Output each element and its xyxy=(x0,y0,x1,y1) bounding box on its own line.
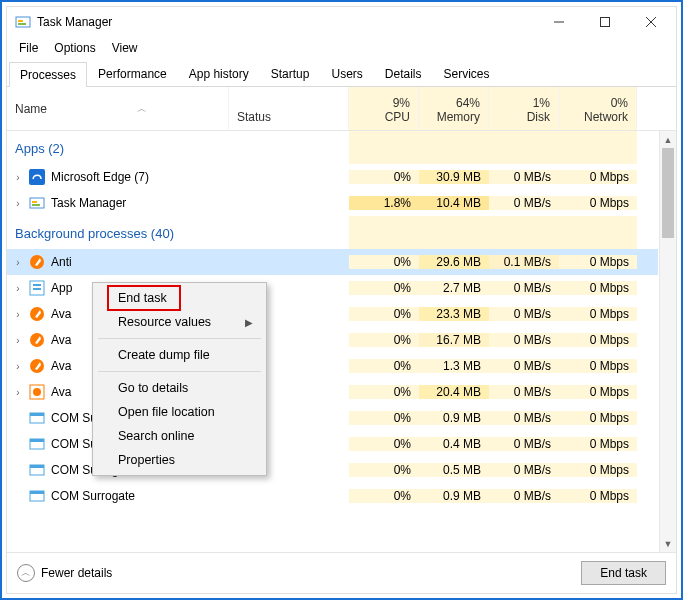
menu-separator xyxy=(98,371,261,372)
expand-icon[interactable]: › xyxy=(13,387,23,398)
minimize-button[interactable] xyxy=(536,7,582,37)
menu-item-create-dump-file[interactable]: Create dump file xyxy=(96,343,263,367)
submenu-arrow-icon: ▶ xyxy=(245,317,253,328)
tab-details[interactable]: Details xyxy=(374,61,433,86)
menu-item-resource-values[interactable]: Resource values▶ xyxy=(96,310,263,334)
process-icon xyxy=(29,384,45,400)
expand-icon[interactable]: › xyxy=(13,335,23,346)
svg-rect-7 xyxy=(29,169,45,185)
maximize-button[interactable] xyxy=(582,7,628,37)
svg-rect-9 xyxy=(32,201,37,203)
chevron-up-icon: ︿ xyxy=(17,564,35,582)
column-network[interactable]: 0% Network xyxy=(559,87,637,130)
cell-memory: 30.9 MB xyxy=(419,170,489,184)
expand-icon[interactable]: › xyxy=(13,257,23,268)
menu-file[interactable]: File xyxy=(11,39,46,57)
svg-rect-21 xyxy=(30,413,44,416)
svg-point-17 xyxy=(30,359,44,373)
fewer-details-label: Fewer details xyxy=(41,566,112,580)
cell-memory: 20.4 MB xyxy=(419,385,489,399)
scroll-down-icon[interactable]: ▼ xyxy=(660,535,676,552)
process-icon xyxy=(29,410,45,426)
menu-item-properties[interactable]: Properties xyxy=(96,448,263,472)
sort-indicator-icon: ︿ xyxy=(137,102,147,116)
cell-memory: 2.7 MB xyxy=(419,281,489,295)
cell-cpu: 1.8% xyxy=(349,196,419,210)
scroll-up-icon[interactable]: ▲ xyxy=(660,131,676,148)
cell-disk: 0 MB/s xyxy=(489,359,559,373)
statusbar: ︿ Fewer details End task xyxy=(7,552,676,593)
cell-cpu: 0% xyxy=(349,437,419,451)
tab-performance[interactable]: Performance xyxy=(87,61,178,86)
column-status[interactable]: Status xyxy=(229,87,349,130)
cell-network: 0 Mbps xyxy=(559,385,637,399)
memory-label: Memory xyxy=(427,110,480,124)
cell-network: 0 Mbps xyxy=(559,255,637,269)
scroll-thumb[interactable] xyxy=(662,148,674,238)
close-button[interactable] xyxy=(628,7,674,37)
expand-icon[interactable]: › xyxy=(13,361,23,372)
svg-rect-10 xyxy=(32,204,40,206)
table-row[interactable]: › Anti 0% 29.6 MB 0.1 MB/s 0 Mbps xyxy=(7,249,658,275)
process-name: Anti xyxy=(51,255,72,269)
menu-view[interactable]: View xyxy=(104,39,146,57)
tab-processes[interactable]: Processes xyxy=(9,62,87,87)
cell-memory: 0.9 MB xyxy=(419,411,489,425)
menu-item-end-task[interactable]: End task xyxy=(96,286,263,310)
process-icon xyxy=(29,254,45,270)
cell-disk: 0 MB/s xyxy=(489,281,559,295)
cell-network: 0 Mbps xyxy=(559,359,637,373)
process-icon xyxy=(29,306,45,322)
context-menu: End taskResource values▶Create dump file… xyxy=(92,282,267,476)
scrollbar[interactable]: ▲ ▼ xyxy=(659,131,676,552)
process-icon xyxy=(29,462,45,478)
column-name-label: Name xyxy=(15,102,47,116)
cell-disk: 0 MB/s xyxy=(489,196,559,210)
fewer-details-button[interactable]: ︿ Fewer details xyxy=(17,564,112,582)
app-icon xyxy=(15,14,31,30)
cell-network: 0 Mbps xyxy=(559,411,637,425)
cell-memory: 1.3 MB xyxy=(419,359,489,373)
expand-icon[interactable]: › xyxy=(13,172,23,183)
svg-point-15 xyxy=(30,307,44,321)
expand-icon[interactable]: › xyxy=(13,309,23,320)
process-icon xyxy=(29,488,45,504)
cell-network: 0 Mbps xyxy=(559,489,637,503)
cell-network: 0 Mbps xyxy=(559,196,637,210)
tab-startup[interactable]: Startup xyxy=(260,61,321,86)
table-row[interactable]: › Task Manager 1.8% 10.4 MB 0 MB/s 0 Mbp… xyxy=(7,190,658,216)
cell-network: 0 Mbps xyxy=(559,333,637,347)
cell-memory: 29.6 MB xyxy=(419,255,489,269)
svg-rect-25 xyxy=(30,465,44,468)
tab-users[interactable]: Users xyxy=(320,61,373,86)
tab-services[interactable]: Services xyxy=(433,61,501,86)
menu-options[interactable]: Options xyxy=(46,39,103,57)
column-disk[interactable]: 1% Disk xyxy=(489,87,559,130)
process-name: COM Surrogate xyxy=(51,489,135,503)
cell-cpu: 0% xyxy=(349,489,419,503)
memory-percent: 64% xyxy=(427,96,480,110)
column-memory[interactable]: 64% Memory xyxy=(419,87,489,130)
network-percent: 0% xyxy=(567,96,628,110)
end-task-button[interactable]: End task xyxy=(581,561,666,585)
cell-network: 0 Mbps xyxy=(559,307,637,321)
group-header: Apps (2) xyxy=(7,131,658,164)
menu-item-go-to-details[interactable]: Go to details xyxy=(96,376,263,400)
expand-icon[interactable]: › xyxy=(13,283,23,294)
column-cpu[interactable]: 9% CPU xyxy=(349,87,419,130)
cpu-label: CPU xyxy=(357,110,410,124)
table-row[interactable]: › Microsoft Edge (7) 0% 30.9 MB 0 MB/s 0… xyxy=(7,164,658,190)
menu-item-search-online[interactable]: Search online xyxy=(96,424,263,448)
group-header: Background processes (40) xyxy=(7,216,658,249)
expand-icon[interactable]: › xyxy=(13,198,23,209)
cell-memory: 16.7 MB xyxy=(419,333,489,347)
cell-memory: 10.4 MB xyxy=(419,196,489,210)
tab-app-history[interactable]: App history xyxy=(178,61,260,86)
svg-rect-23 xyxy=(30,439,44,442)
column-name[interactable]: Name ︿ xyxy=(7,87,229,130)
menu-item-open-file-location[interactable]: Open file location xyxy=(96,400,263,424)
process-name: Microsoft Edge (7) xyxy=(51,170,149,184)
cell-disk: 0 MB/s xyxy=(489,333,559,347)
table-row[interactable]: COM Surrogate 0% 0.9 MB 0 MB/s 0 Mbps xyxy=(7,483,658,509)
svg-rect-4 xyxy=(601,18,610,27)
